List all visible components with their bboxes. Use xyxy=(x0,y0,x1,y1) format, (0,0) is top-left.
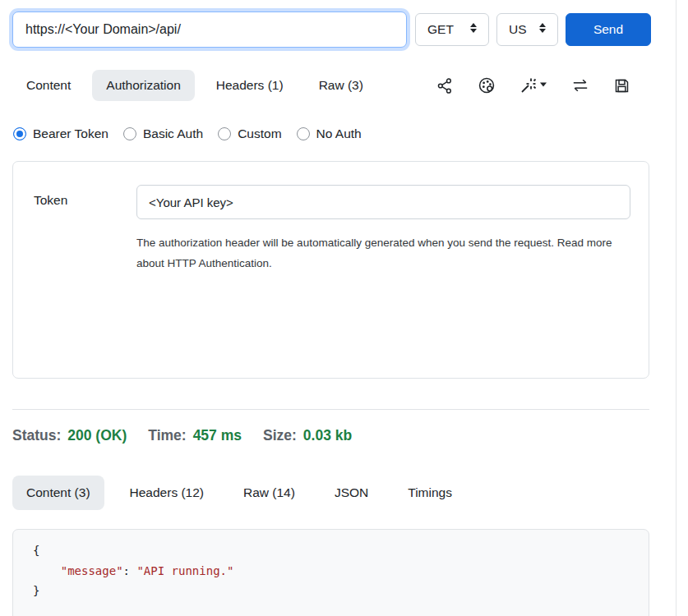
updown-caret-icon xyxy=(469,22,478,37)
radio-label: Custom xyxy=(238,126,281,141)
region-select[interactable]: US xyxy=(496,13,558,46)
swap-arrows-icon[interactable] xyxy=(571,77,589,94)
size-value: 0.03 kb xyxy=(303,427,352,444)
radio-bearer-token[interactable]: Bearer Token xyxy=(13,126,109,141)
tab-raw[interactable]: Raw (3) xyxy=(305,70,377,101)
size-item: Size: 0.03 kb xyxy=(263,427,352,444)
json-response-content: { "message": "API running."} xyxy=(33,540,649,601)
share-icon[interactable] xyxy=(436,77,454,94)
status-label: Status: xyxy=(12,427,61,444)
response-tab-headers[interactable]: Headers (12) xyxy=(116,476,218,510)
updown-caret-icon xyxy=(538,22,547,37)
response-status-row: Status: 200 (OK) Time: 457 ms Size: 0.03… xyxy=(12,427,676,444)
radio-unchecked-icon xyxy=(297,127,310,140)
token-panel: Token The authorization header will be a… xyxy=(12,161,649,379)
tab-content[interactable]: Content xyxy=(12,70,85,101)
radio-no-auth[interactable]: No Auth xyxy=(297,126,362,141)
magic-wand-menu-icon[interactable] xyxy=(519,76,547,94)
time-value: 457 ms xyxy=(193,427,242,444)
radio-label: Bearer Token xyxy=(33,126,109,141)
radio-label: Basic Auth xyxy=(143,126,203,141)
response-tab-timings[interactable]: Timings xyxy=(394,476,466,510)
radio-unchecked-icon xyxy=(218,127,231,140)
token-input[interactable] xyxy=(136,185,630,219)
request-bar: GET US Send xyxy=(12,11,651,48)
tab-authorization[interactable]: Authorization xyxy=(92,70,194,101)
token-row: Token xyxy=(13,162,649,219)
send-button[interactable]: Send xyxy=(566,13,651,46)
response-tab-json[interactable]: JSON xyxy=(321,476,382,510)
radio-unchecked-icon xyxy=(123,127,136,140)
radio-checked-icon xyxy=(13,127,26,140)
region-select-value: US xyxy=(509,22,527,37)
response-tab-raw[interactable]: Raw (14) xyxy=(229,476,309,510)
request-tabs-row: Content Authorization Headers (1) Raw (3… xyxy=(12,69,651,102)
response-body-code[interactable]: { "message": "API running."} xyxy=(12,529,649,616)
method-select[interactable]: GET xyxy=(415,13,489,46)
auth-options: Bearer Token Basic Auth Custom No Auth xyxy=(13,126,675,141)
palette-icon[interactable] xyxy=(478,76,496,94)
radio-basic-auth[interactable]: Basic Auth xyxy=(123,126,203,141)
content-right-divider xyxy=(676,0,676,616)
status-item: Status: 200 (OK) xyxy=(12,427,127,444)
time-label: Time: xyxy=(148,427,186,444)
request-toolbar xyxy=(436,76,651,94)
token-label: Token xyxy=(34,185,136,219)
size-label: Size: xyxy=(263,427,297,444)
save-icon[interactable] xyxy=(613,77,630,94)
tab-headers[interactable]: Headers (1) xyxy=(202,70,298,101)
token-help-line2: about HTTP Authentication. xyxy=(136,253,630,274)
response-tab-content[interactable]: Content (3) xyxy=(12,476,104,510)
section-divider xyxy=(12,409,649,410)
token-help-line1: The authorization header will be automat… xyxy=(136,232,630,253)
response-tabs-row: Content (3) Headers (12) Raw (14) JSON T… xyxy=(12,475,676,511)
url-input[interactable] xyxy=(12,11,407,48)
token-help-text: The authorization header will be automat… xyxy=(136,232,630,274)
radio-label: No Auth xyxy=(316,126,362,141)
radio-custom[interactable]: Custom xyxy=(218,126,281,141)
status-value: 200 (OK) xyxy=(67,427,127,444)
method-select-value: GET xyxy=(427,22,454,37)
time-item: Time: 457 ms xyxy=(148,427,242,444)
